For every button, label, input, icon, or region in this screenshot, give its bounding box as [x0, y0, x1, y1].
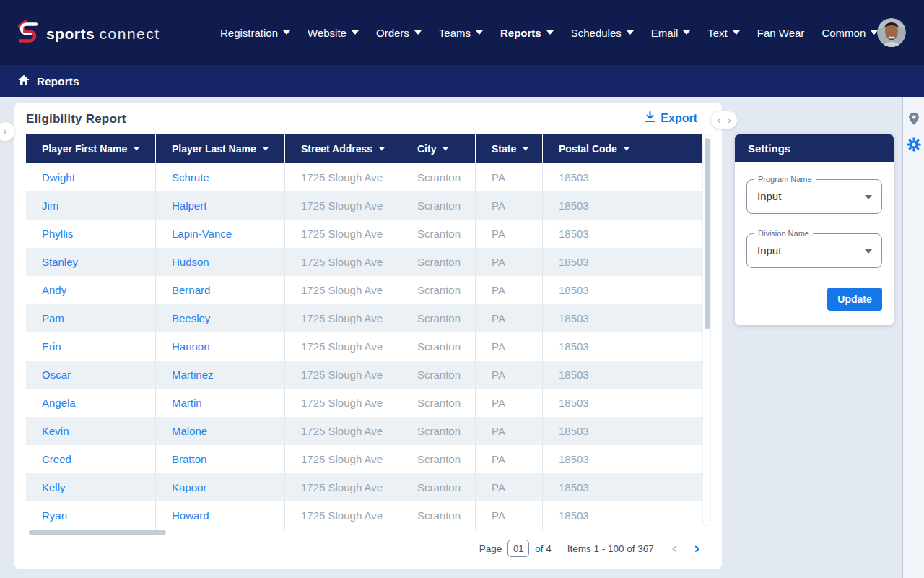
cell-player-first-name[interactable]: Oscar	[26, 361, 156, 389]
cell-player-last-name[interactable]: Malone	[156, 417, 285, 445]
cell-postal-code: 18503	[543, 220, 702, 248]
cell-player-last-name[interactable]: Kapoor	[156, 473, 285, 501]
cell-street-address: 1725 Slough Ave	[285, 248, 401, 276]
select-field-division-name[interactable]: Division Name Input	[746, 233, 882, 268]
chevron-down-icon	[627, 30, 634, 35]
cell-postal-code: 18503	[543, 276, 702, 304]
select-field-program-name[interactable]: Program Name Input	[746, 179, 882, 214]
home-icon[interactable]	[17, 74, 30, 89]
chevron-down-icon	[379, 147, 385, 150]
next-page-button[interactable]: ›	[694, 540, 700, 556]
page-number-input[interactable]	[507, 540, 529, 557]
nav-item-label: Schedules	[571, 27, 622, 39]
resize-columns-button[interactable]: ‹ ›	[710, 111, 738, 129]
nav-item-text[interactable]: Text	[707, 27, 740, 39]
cell-player-last-name[interactable]: Martinez	[156, 361, 285, 389]
cell-player-first-name[interactable]: Dwight	[26, 163, 156, 191]
settings-panel-title: Settings	[735, 134, 894, 162]
nav-item-common[interactable]: Common	[821, 27, 878, 39]
cell-state: PA	[476, 220, 543, 248]
cell-player-first-name[interactable]: Jim	[26, 191, 156, 220]
breadcrumb-label[interactable]: Reports	[37, 75, 79, 87]
table-body: Dwight Schrute 1725 Slough Ave Scranton …	[26, 163, 702, 530]
nav-item-orders[interactable]: Orders	[376, 27, 422, 39]
chevron-down-icon	[624, 147, 630, 150]
cell-player-last-name[interactable]: Martin	[156, 389, 285, 417]
cell-player-first-name[interactable]: Angela	[26, 389, 156, 417]
cell-player-first-name[interactable]: Phyllis	[26, 220, 156, 248]
cell-city: Scranton	[401, 163, 476, 191]
cell-player-last-name[interactable]: Hannon	[156, 332, 285, 361]
column-header-player-last-name[interactable]: Player Last Name	[156, 134, 285, 163]
column-header-state[interactable]: State	[476, 134, 543, 163]
top-navbar: sports connect Registration Website Orde…	[0, 0, 924, 65]
chevron-down-icon	[523, 147, 529, 150]
brand-logo[interactable]: sports connect	[16, 20, 160, 48]
gear-icon[interactable]	[907, 137, 921, 155]
cell-postal-code: 18503	[543, 473, 702, 501]
cell-state: PA	[476, 473, 543, 501]
field-selected-value: Input	[757, 244, 781, 256]
cell-player-last-name[interactable]: Lapin-Vance	[156, 220, 285, 248]
chevron-down-icon	[733, 30, 740, 35]
cell-player-last-name[interactable]: Bernard	[156, 276, 285, 304]
nav-item-schedules[interactable]: Schedules	[571, 27, 634, 39]
column-header-street-address[interactable]: Street Address	[285, 134, 401, 163]
nav-item-website[interactable]: Website	[308, 27, 359, 39]
cell-street-address: 1725 Slough Ave	[285, 163, 401, 191]
field-label: Program Name	[754, 175, 816, 184]
cell-state: PA	[476, 304, 543, 332]
cell-player-first-name[interactable]: Kelly	[26, 473, 156, 501]
nav-item-fan-wear[interactable]: Fan Wear	[757, 27, 805, 39]
cell-player-first-name[interactable]: Erin	[26, 332, 156, 361]
nav-item-reports[interactable]: Reports	[500, 27, 554, 39]
cell-player-last-name[interactable]: Bratton	[156, 445, 285, 473]
eligibility-table: Player First Name Player Last Name Stree…	[26, 134, 702, 530]
cell-player-last-name[interactable]: Schrute	[156, 163, 285, 191]
cell-player-first-name[interactable]: Ryan	[26, 501, 156, 530]
cell-player-last-name[interactable]: Halpert	[156, 191, 285, 220]
cell-state: PA	[476, 248, 543, 276]
column-header-postal-code[interactable]: Postal Code	[543, 134, 702, 163]
export-button[interactable]: Export	[645, 111, 697, 126]
cell-player-first-name[interactable]: Kevin	[26, 417, 156, 445]
cell-player-last-name[interactable]: Hudson	[156, 248, 285, 276]
vertical-scrollbar[interactable]	[702, 134, 711, 526]
location-pin-icon[interactable]	[907, 111, 921, 131]
cell-street-address: 1725 Slough Ave	[285, 473, 401, 501]
cell-city: Scranton	[401, 220, 476, 248]
table-row: Creed Bratton 1725 Slough Ave Scranton P…	[26, 445, 702, 473]
field-selected-value: Input	[757, 190, 781, 202]
nav-item-teams[interactable]: Teams	[439, 27, 483, 39]
nav-item-email[interactable]: Email	[651, 27, 691, 39]
cell-postal-code: 18503	[543, 332, 702, 361]
cell-player-first-name[interactable]: Creed	[26, 445, 156, 473]
cell-street-address: 1725 Slough Ave	[285, 191, 401, 220]
table-row: Phyllis Lapin-Vance 1725 Slough Ave Scra…	[26, 220, 702, 248]
previous-page-button[interactable]: ‹	[671, 540, 678, 556]
table-row: Ryan Howard 1725 Slough Ave Scranton PA …	[26, 501, 702, 530]
column-header-city[interactable]: City	[401, 134, 476, 163]
cell-player-first-name[interactable]: Stanley	[26, 248, 156, 276]
nav-item-label: Website	[308, 27, 346, 39]
panel-divider	[725, 104, 725, 569]
nav-item-label: Text	[707, 27, 728, 39]
table-row: Dwight Schrute 1725 Slough Ave Scranton …	[26, 163, 702, 191]
user-avatar[interactable]	[877, 18, 906, 47]
column-header-player-first-name[interactable]: Player First Name	[26, 134, 156, 163]
nav-item-registration[interactable]: Registration	[220, 27, 290, 39]
chevron-down-icon	[134, 147, 140, 150]
cell-player-first-name[interactable]: Andy	[26, 276, 156, 304]
cell-player-last-name[interactable]: Howard	[156, 501, 285, 530]
chevron-right-icon: ›	[3, 125, 7, 138]
cell-player-first-name[interactable]: Pam	[26, 304, 156, 332]
expand-panel-button[interactable]: ›	[0, 121, 15, 142]
vertical-scrollbar-thumb[interactable]	[705, 138, 710, 329]
chevron-down-icon	[476, 30, 483, 35]
nav-item-label: Registration	[220, 27, 278, 39]
horizontal-scrollbar-thumb[interactable]	[29, 530, 166, 535]
cell-city: Scranton	[401, 191, 476, 220]
chevron-down-icon	[443, 147, 449, 150]
update-button[interactable]: Update	[827, 288, 882, 311]
cell-player-last-name[interactable]: Beesley	[156, 304, 285, 332]
